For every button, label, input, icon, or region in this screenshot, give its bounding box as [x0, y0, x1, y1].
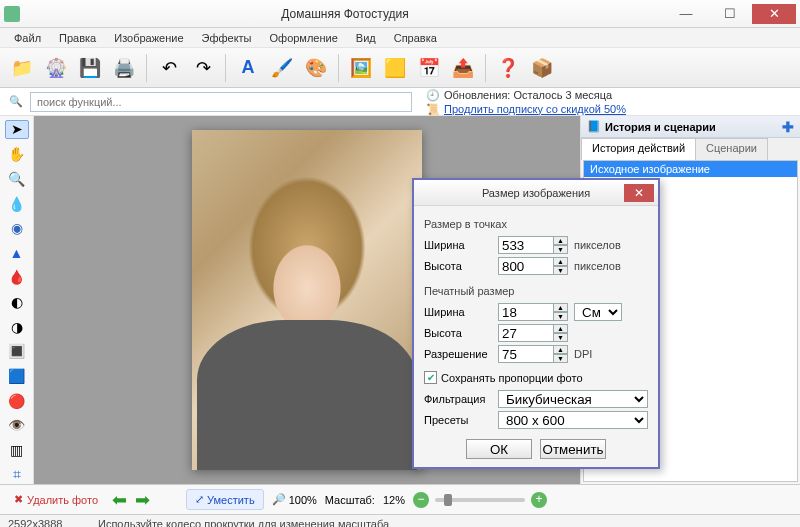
drop-tool-icon[interactable]: 🩸	[5, 268, 29, 287]
extend-icon: 📜	[426, 102, 440, 116]
spin-up-icon[interactable]: ▲	[554, 236, 568, 245]
text-icon[interactable]: A	[232, 52, 264, 84]
sharpen-tool-icon[interactable]: ▲	[5, 244, 29, 263]
scale-value: 12%	[383, 494, 405, 506]
add-scenario-icon[interactable]: ✚	[782, 119, 794, 135]
menu-file[interactable]: Файл	[6, 30, 49, 46]
history-item[interactable]: Исходное изображение	[584, 161, 797, 177]
pixel-size-section-label: Размер в точках	[424, 218, 648, 230]
share-icon[interactable]: 📤	[447, 52, 479, 84]
keep-ratio-checkbox[interactable]: ✔	[424, 371, 437, 384]
pointer-tool-icon[interactable]: ➤	[5, 120, 29, 139]
height-px-input[interactable]	[498, 257, 554, 275]
spin-up-icon[interactable]: ▲	[554, 324, 568, 333]
zoom-tool-icon[interactable]: 🔍	[5, 170, 29, 189]
unit-select[interactable]: См	[574, 303, 622, 321]
blur-tool-icon[interactable]: ◉	[5, 219, 29, 238]
spin-up-icon[interactable]: ▲	[554, 345, 568, 354]
stamp-tool-icon[interactable]: ▥	[5, 441, 29, 460]
effects-wheel-icon[interactable]: 🎡	[40, 52, 72, 84]
dpi-unit: DPI	[574, 348, 592, 360]
resolution-input[interactable]	[498, 345, 554, 363]
main-area: ➤ ✋ 🔍 💧 ◉ ▲ 🩸 ◐ ◑ 🔳 🟦 🔴 👁️ ▥ ⌗ 📘 История…	[0, 116, 800, 484]
zoom-slider[interactable]	[435, 498, 525, 502]
hand-tool-icon[interactable]: ✋	[5, 145, 29, 164]
print-icon[interactable]: 🖨️	[108, 52, 140, 84]
contrast-tool-icon[interactable]: ◑	[5, 317, 29, 336]
eyedrop-tool-icon[interactable]: 💧	[5, 194, 29, 213]
titlebar: Домашняя Фотостудия — ☐ ✕	[0, 0, 800, 28]
presets-select[interactable]: 800 x 600	[498, 411, 648, 429]
statusbar: 2592x3888 Используйте колесо прокрутки д…	[0, 514, 800, 527]
filter-label: Фильтрация	[424, 393, 492, 405]
book-icon: 📘	[587, 120, 601, 133]
menu-design[interactable]: Оформление	[262, 30, 346, 46]
menu-edit[interactable]: Правка	[51, 30, 104, 46]
zoom-out-icon[interactable]: −	[413, 492, 429, 508]
spin-down-icon[interactable]: ▼	[554, 354, 568, 363]
menubar: Файл Правка Изображение Эффекты Оформлен…	[0, 28, 800, 48]
undo-icon[interactable]: ↶	[153, 52, 185, 84]
presets-label: Пресеты	[424, 414, 492, 426]
prev-photo-icon[interactable]: ⬅	[112, 489, 127, 511]
spin-down-icon[interactable]: ▼	[554, 266, 568, 275]
tab-scenarios[interactable]: Сценарии	[695, 138, 768, 160]
dialog-close-icon[interactable]: ✕	[624, 184, 654, 202]
px-unit: пикселов	[574, 239, 621, 251]
dodge-tool-icon[interactable]: ◐	[5, 293, 29, 312]
brush-icon[interactable]: 🖌️	[266, 52, 298, 84]
image-icon[interactable]: 🖼️	[345, 52, 377, 84]
spin-down-icon[interactable]: ▼	[554, 245, 568, 254]
help-icon[interactable]: ❓	[492, 52, 524, 84]
update-info: 🕘 Обновления: Осталось 3 месяца 📜 Продли…	[416, 88, 794, 116]
palette-icon[interactable]: 🎨	[300, 52, 332, 84]
menu-effects[interactable]: Эффекты	[194, 30, 260, 46]
calendar-icon[interactable]: 📅	[413, 52, 445, 84]
search-icon: 🔍	[6, 95, 26, 108]
menu-image[interactable]: Изображение	[106, 30, 191, 46]
home-icon[interactable]: 📦	[526, 52, 558, 84]
cancel-button[interactable]: Отменить	[540, 439, 606, 459]
photo	[192, 130, 422, 470]
delete-photo-button[interactable]: ✖ Удалить фото	[8, 490, 104, 509]
redo-icon[interactable]: ↷	[187, 52, 219, 84]
separator	[338, 54, 339, 82]
extend-subscription-link[interactable]: Продлить подписку со скидкой 50%	[444, 102, 626, 116]
spin-down-icon[interactable]: ▼	[554, 312, 568, 321]
menu-view[interactable]: Вид	[348, 30, 384, 46]
width-cm-input[interactable]	[498, 303, 554, 321]
filter-select[interactable]: Бикубическая	[498, 390, 648, 408]
search-row: 🔍 🕘 Обновления: Осталось 3 месяца 📜 Прод…	[0, 88, 800, 116]
spin-up-icon[interactable]: ▲	[554, 303, 568, 312]
spin-up-icon[interactable]: ▲	[554, 257, 568, 266]
width-px-input[interactable]	[498, 236, 554, 254]
levels-tool-icon[interactable]: 🟦	[5, 367, 29, 386]
ok-button[interactable]: ОК	[466, 439, 532, 459]
frame-icon[interactable]: 🟨	[379, 52, 411, 84]
resize-dialog: Размер изображения ✕ Размер в точках Шир…	[412, 178, 660, 469]
height-cm-input[interactable]	[498, 324, 554, 342]
zoom-100-button[interactable]: 🔎 100%	[272, 493, 317, 506]
clock-icon: 🕘	[426, 88, 440, 102]
fit-button[interactable]: ⤢ Уместить	[186, 489, 264, 510]
gradient-tool-icon[interactable]: 🔳	[5, 342, 29, 361]
color-swap-tool-icon[interactable]: 🔴	[5, 391, 29, 410]
status-hint: Используйте колесо прокрутки для изменен…	[98, 518, 389, 528]
menu-help[interactable]: Справка	[386, 30, 445, 46]
save-icon[interactable]: 💾	[74, 52, 106, 84]
updates-rest: Осталось 3 месяца	[513, 89, 612, 101]
maximize-button[interactable]: ☐	[708, 4, 752, 24]
bottom-bar: ✖ Удалить фото ⬅ ➡ ⤢ Уместить 🔎 100% Мас…	[0, 484, 800, 514]
resolution-label: Разрешение	[424, 348, 492, 360]
close-button[interactable]: ✕	[752, 4, 796, 24]
px-unit-2: пикселов	[574, 260, 621, 272]
zoom-in-icon[interactable]: +	[531, 492, 547, 508]
tab-history[interactable]: История действий	[581, 138, 696, 160]
next-photo-icon[interactable]: ➡	[135, 489, 150, 511]
spin-down-icon[interactable]: ▼	[554, 333, 568, 342]
minimize-button[interactable]: —	[664, 4, 708, 24]
red-eye-tool-icon[interactable]: 👁️	[5, 416, 29, 435]
search-input[interactable]	[30, 92, 412, 112]
open-icon[interactable]: 📁	[6, 52, 38, 84]
crop-tool-icon[interactable]: ⌗	[5, 465, 29, 484]
